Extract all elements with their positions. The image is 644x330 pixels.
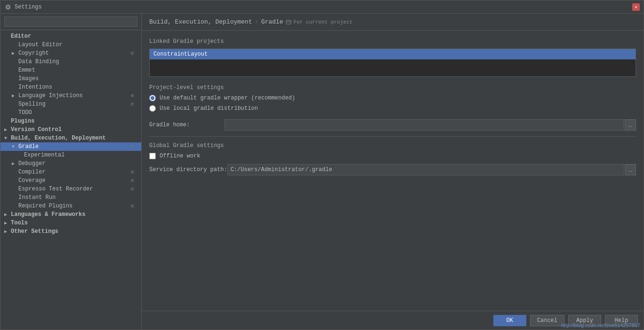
settings-icon (4, 3, 12, 11)
project-level-settings: Use default gradle wrapper (recommended)… (149, 95, 636, 112)
sidebar-item-languages-frameworks[interactable]: ▶ Languages & Frameworks (0, 210, 141, 219)
service-dir-input[interactable] (227, 164, 624, 175)
copyright-config-icon: ⊞ (131, 50, 137, 56)
spelling-config-icon: ⊞ (131, 101, 137, 107)
gradle-home-browse-button[interactable]: ... (625, 119, 636, 131)
sidebar-item-required-plugins[interactable]: Required Plugins ⊞ (0, 202, 141, 210)
gradle-home-input[interactable] (225, 119, 624, 131)
project-level-settings-label: Project-level settings (149, 84, 636, 91)
gradle-config-icon: ⊞ (131, 144, 137, 149)
sidebar-item-debugger[interactable]: ▶ Debugger (0, 159, 141, 168)
settings-window: Settings ✕ Editor Layout Editor ▶ (0, 0, 644, 330)
espresso-config-icon: ⊞ (131, 186, 137, 192)
svg-rect-1 (286, 20, 291, 24)
gradle-home-row: Gradle home: ... (149, 119, 636, 131)
title-bar: Settings ✕ (0, 0, 644, 14)
sidebar-item-experimental[interactable]: Experimental (0, 151, 141, 159)
right-panel: Build, Execution, Deployment › Gradle Fo… (142, 14, 644, 330)
offline-work-label: Offline work (160, 153, 200, 159)
service-dir-label: Service directory path: (149, 166, 227, 173)
breadcrumb-main: Build, Execution, Deployment (149, 18, 252, 25)
breadcrumb-sub: Gradle (261, 18, 283, 25)
linked-project-row[interactable]: ConstraintLayout (150, 49, 636, 59)
bottom-bar: OK Cancel Apply Help (142, 311, 644, 330)
sidebar-item-language-injections[interactable]: ▶ Language Injections ⊞ (0, 91, 141, 100)
compiler-config-icon: ⊞ (131, 169, 137, 175)
project-icon (286, 19, 291, 25)
sidebar-item-editor[interactable]: Editor (0, 32, 141, 41)
sidebar-item-copyright[interactable]: ▶ Copyright ⊞ (0, 49, 141, 58)
required-plugins-config-icon: ⊞ (131, 203, 137, 209)
sidebar-item-todo[interactable]: TODO (0, 108, 141, 117)
offline-work-row: Offline work (149, 153, 636, 159)
coverage-config-icon: ⊞ (131, 178, 137, 183)
sidebar-item-compiler[interactable]: Compiler ⊞ (0, 168, 141, 176)
sidebar-item-images[interactable]: Images (0, 74, 141, 83)
sidebar-tree: Editor Layout Editor ▶ Copyright ⊞ Data … (0, 30, 141, 330)
title-bar-text: Settings (15, 4, 632, 10)
sidebar: Editor Layout Editor ▶ Copyright ⊞ Data … (0, 14, 142, 330)
sidebar-item-instant-run[interactable]: Instant Run (0, 193, 141, 202)
apply-button[interactable]: Apply (568, 315, 601, 326)
gradle-home-label: Gradle home: (149, 122, 225, 128)
breadcrumb-separator: › (255, 19, 258, 25)
sidebar-item-plugins[interactable]: Plugins (0, 117, 141, 125)
service-dir-row: Service directory path: ... (149, 164, 636, 175)
breadcrumb-note: For current project (286, 19, 352, 25)
sidebar-item-tools[interactable]: ▶ Tools (0, 219, 141, 227)
main-content: Editor Layout Editor ▶ Copyright ⊞ Data … (0, 14, 644, 330)
radio-default-wrapper-label: Use default gradle wrapper (recommended) (160, 95, 295, 101)
search-input[interactable] (4, 16, 137, 27)
close-button[interactable]: ✕ (632, 3, 640, 11)
sidebar-item-data-binding[interactable]: Data Binding (0, 58, 141, 66)
linked-projects-list[interactable]: ConstraintLayout (149, 49, 636, 77)
offline-work-checkbox[interactable] (149, 153, 156, 159)
radio-local-distribution-label: Use local gradle distribution (160, 105, 258, 112)
lang-inject-config-icon: ⊞ (131, 93, 137, 99)
sidebar-item-coverage[interactable]: Coverage ⊞ (0, 176, 141, 185)
panel-header: Build, Execution, Deployment › Gradle Fo… (142, 14, 644, 31)
svg-point-0 (7, 6, 9, 8)
panel-body: Linked Gradle projects ConstraintLayout … (142, 31, 644, 311)
sidebar-item-version-control[interactable]: ▶ Version Control (0, 125, 141, 134)
service-dir-browse-button[interactable]: ... (625, 164, 636, 175)
search-box (0, 14, 141, 30)
sidebar-item-espresso-test-recorder[interactable]: Espresso Test Recorder ⊞ (0, 185, 141, 193)
sidebar-item-intentions[interactable]: Intentions (0, 83, 141, 91)
ok-button[interactable]: OK (493, 315, 526, 326)
radio-row-local-distribution: Use local gradle distribution (149, 105, 636, 112)
radio-row-default-wrapper: Use default gradle wrapper (recommended) (149, 95, 636, 101)
cancel-button[interactable]: Cancel (530, 315, 564, 326)
sidebar-item-emmet[interactable]: Emmet (0, 66, 141, 74)
radio-default-wrapper[interactable] (149, 95, 156, 101)
sidebar-item-spelling[interactable]: Spelling ⊞ (0, 100, 141, 108)
help-button[interactable]: Help (605, 315, 638, 326)
divider (149, 136, 636, 137)
linked-projects-label: Linked Gradle projects (149, 38, 636, 45)
radio-local-distribution[interactable] (149, 105, 156, 112)
sidebar-item-gradle[interactable]: ▼ Gradle ⊞ (0, 142, 141, 151)
sidebar-item-layout-editor[interactable]: Layout Editor (0, 41, 141, 49)
sidebar-item-other-settings[interactable]: ▶ Other Settings (0, 227, 141, 236)
global-gradle-settings-label: Global Gradle settings (149, 142, 636, 149)
sidebar-item-build-execution-deployment[interactable]: ▼ Build, Execution, Deployment (0, 134, 141, 142)
